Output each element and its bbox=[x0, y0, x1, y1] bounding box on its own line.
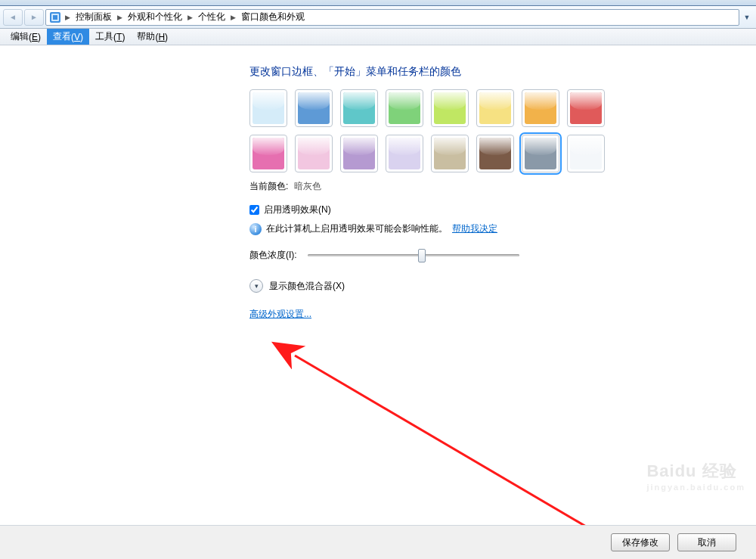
breadcrumb[interactable]: ▶ 控制面板 ▶ 外观和个性化 ▶ 个性化 ▶ 窗口颜色和外观 bbox=[45, 9, 739, 26]
chevron-right-icon: ▶ bbox=[185, 14, 195, 21]
color-swatch-violet[interactable] bbox=[340, 135, 378, 172]
transparency-label: 启用透明效果(N) bbox=[264, 203, 331, 216]
chevron-down-icon: ▾ bbox=[249, 279, 263, 293]
color-swatch-lavender[interactable] bbox=[386, 135, 423, 172]
color-swatch-sun[interactable] bbox=[476, 89, 514, 127]
watermark: Baidu 经验 jingyan.baidu.com bbox=[646, 460, 745, 492]
breadcrumb-seg-2[interactable]: 个性化 bbox=[197, 11, 227, 23]
annotation-arrow bbox=[265, 340, 658, 529]
transparency-checkbox[interactable] bbox=[249, 205, 259, 215]
color-mixer-row[interactable]: ▾ 显示颜色混合器(X) bbox=[249, 279, 680, 293]
menu-view[interactable]: 查看(V) bbox=[47, 29, 89, 45]
window-titlebar bbox=[0, 0, 756, 6]
nav-forward-button[interactable]: ► bbox=[24, 9, 44, 26]
color-swatch-ruby[interactable] bbox=[567, 89, 605, 127]
color-swatch-slate[interactable] bbox=[522, 135, 559, 172]
color-swatch-teal[interactable] bbox=[340, 89, 378, 127]
color-swatch-sky[interactable] bbox=[249, 89, 287, 127]
breadcrumb-seg-1[interactable]: 外观和个性化 bbox=[126, 11, 184, 23]
page-title: 更改窗口边框、「开始」菜单和任务栏的颜色 bbox=[249, 65, 680, 79]
intensity-label: 颜色浓度(I): bbox=[249, 249, 297, 262]
content-area: 更改窗口边框、「开始」菜单和任务栏的颜色 当前颜色: 暗灰色 启用透明效果(N)… bbox=[0, 45, 756, 529]
address-dropdown-icon[interactable]: ▼ bbox=[741, 9, 753, 26]
menu-edit[interactable]: 编辑(E) bbox=[5, 29, 47, 45]
breadcrumb-seg-3[interactable]: 窗口颜色和外观 bbox=[240, 11, 306, 23]
color-mixer-label: 显示颜色混合器(X) bbox=[269, 280, 345, 293]
chevron-right-icon: ▶ bbox=[228, 14, 238, 21]
control-panel-icon bbox=[49, 11, 61, 23]
color-swatch-row-2 bbox=[249, 135, 680, 172]
color-swatch-leaf[interactable] bbox=[386, 89, 423, 127]
info-text: 在此计算机上启用透明效果可能会影响性能。 bbox=[266, 222, 448, 235]
intensity-slider[interactable] bbox=[308, 247, 519, 262]
color-swatch-row-1 bbox=[249, 89, 680, 127]
info-row: i 在此计算机上启用透明效果可能会影响性能。 帮助我决定 bbox=[249, 222, 680, 235]
svg-line-3 bbox=[295, 356, 643, 529]
current-color-row: 当前颜色: 暗灰色 bbox=[249, 180, 680, 193]
svg-rect-2 bbox=[53, 15, 57, 20]
color-swatch-chocolate[interactable] bbox=[476, 135, 514, 172]
slider-track bbox=[308, 254, 519, 256]
menu-bar: 编辑(E) 查看(V) 工具(T) 帮助(H) bbox=[0, 29, 756, 45]
save-button[interactable]: 保存修改 bbox=[611, 533, 670, 551]
help-decide-link[interactable]: 帮助我决定 bbox=[452, 222, 497, 235]
address-bar: ◄ ► ▶ 控制面板 ▶ 外观和个性化 ▶ 个性化 ▶ 窗口颜色和外观 ▼ bbox=[0, 6, 756, 29]
color-swatch-frost[interactable] bbox=[567, 135, 605, 172]
info-icon: i bbox=[249, 223, 262, 235]
transparency-checkbox-row: 启用透明效果(N) bbox=[249, 203, 680, 216]
chevron-right-icon: ▶ bbox=[63, 14, 73, 21]
nav-back-button[interactable]: ◄ bbox=[3, 9, 23, 26]
color-swatch-pumpkin[interactable] bbox=[522, 89, 559, 127]
current-color-label: 当前颜色: bbox=[249, 181, 288, 191]
slider-thumb[interactable] bbox=[418, 249, 426, 262]
color-swatch-taupe[interactable] bbox=[431, 135, 469, 172]
color-swatch-fuchsia[interactable] bbox=[249, 135, 287, 172]
footer: 保存修改 取消 bbox=[0, 526, 756, 559]
advanced-appearance-link[interactable]: 高级外观设置... bbox=[249, 309, 311, 319]
color-swatch-blue[interactable] bbox=[295, 89, 333, 127]
current-color-value: 暗灰色 bbox=[294, 181, 321, 191]
intensity-row: 颜色浓度(I): bbox=[249, 247, 680, 262]
color-swatch-lime[interactable] bbox=[431, 89, 469, 127]
cancel-button[interactable]: 取消 bbox=[677, 533, 736, 551]
chevron-right-icon: ▶ bbox=[115, 14, 125, 21]
menu-help[interactable]: 帮助(H) bbox=[131, 29, 174, 45]
breadcrumb-seg-0[interactable]: 控制面板 bbox=[74, 11, 113, 23]
color-swatch-blush[interactable] bbox=[295, 135, 333, 172]
menu-tools[interactable]: 工具(T) bbox=[89, 29, 131, 45]
